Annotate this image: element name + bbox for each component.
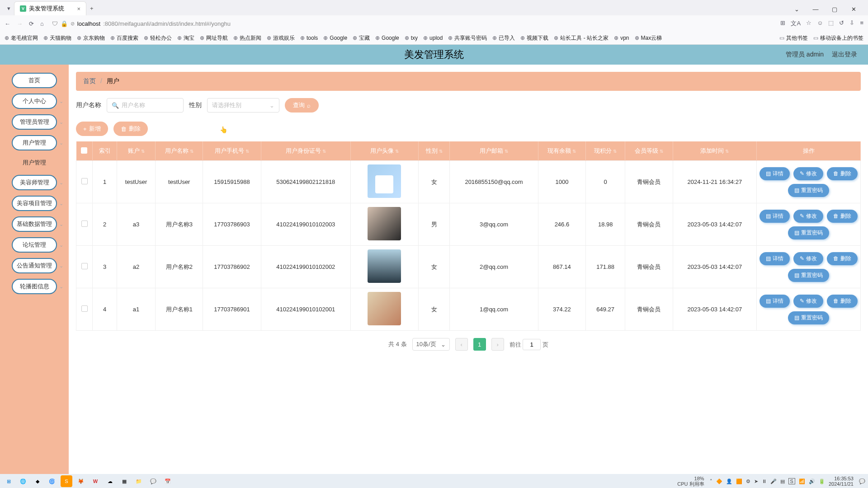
tray-volume-icon[interactable]: 🔊 [809, 479, 815, 484]
browser-dropdown-icon[interactable]: ⌄ [788, 3, 806, 15]
detail-button[interactable]: ▤详情 [760, 210, 790, 223]
table-header[interactable]: 用户邮箱⇅ [450, 141, 538, 161]
table-header[interactable]: 添加时间⇅ [673, 141, 756, 161]
bookmark-item[interactable]: ▭其他书签 [779, 34, 808, 42]
bookmark-item[interactable]: ⊕tools [300, 35, 318, 41]
bookmark-item[interactable]: ⊕淘宝 [177, 34, 194, 42]
nav-forward-icon[interactable]: → [17, 20, 23, 27]
tab-close-icon[interactable]: × [77, 5, 80, 12]
tray-wifi-icon[interactable]: 📶 [799, 479, 805, 484]
bookmark-item[interactable]: ⊕vpn [614, 35, 629, 41]
table-header[interactable]: 会员等级⇅ [625, 141, 673, 161]
bookmark-item[interactable]: ⊕天猫购物 [43, 34, 71, 42]
start-button[interactable]: ⊞ [3, 475, 14, 487]
bookmark-item[interactable]: ⊕Google [375, 35, 399, 41]
sidebar-item[interactable]: 美容师管理⌄ [12, 175, 57, 190]
edge-icon[interactable]: 🌀 [46, 475, 58, 487]
sidebar-item[interactable]: 轮播图信息⌄ [12, 279, 57, 294]
sidebar-item[interactable]: 个人中心⌄ [12, 94, 57, 109]
search-button[interactable]: 查询⌕ [285, 98, 319, 113]
bookmark-item[interactable]: ⊕txy [405, 35, 418, 41]
bookmark-item[interactable]: ⊕老毛桃官网 [5, 34, 38, 42]
sidebar-item[interactable]: 公告通知管理⌄ [12, 258, 57, 273]
page-size-select[interactable]: 10条/页⌄ [412, 338, 450, 351]
bookmark-item[interactable]: ⊕Max云梯 [635, 34, 662, 42]
window-close-icon[interactable]: ✕ [844, 3, 863, 15]
bookmark-item[interactable]: ⊕网址导航 [200, 34, 228, 42]
tray-battery-icon[interactable]: 🔋 [819, 479, 825, 484]
table-header[interactable]: 用户身份证号⇅ [261, 141, 350, 161]
explorer-icon[interactable]: 📁 [133, 475, 145, 487]
bookmark-item[interactable]: ⊕轻松办公 [144, 34, 172, 42]
table-header[interactable]: 性别⇅ [418, 141, 449, 161]
nav-reload-icon[interactable]: ⟳ [29, 20, 34, 27]
menu-icon[interactable]: ≡ [860, 19, 863, 28]
reset-password-button[interactable]: ▤重置密码 [788, 311, 829, 324]
bookmark-star-icon[interactable]: ☆ [806, 19, 811, 28]
bookmark-item[interactable]: ⊕站长工具 - 站长之家 [554, 34, 609, 42]
firefox-icon[interactable]: 🦊 [75, 475, 87, 487]
edit-button[interactable]: ✎修改 [793, 252, 823, 265]
tray-icon[interactable]: ⏸ [762, 479, 767, 484]
delete-button[interactable]: 🗑删除 [113, 122, 148, 136]
row-checkbox[interactable] [81, 221, 88, 227]
sidebar-item[interactable]: 美容项目管理⌄ [12, 196, 57, 211]
row-checkbox[interactable] [81, 305, 88, 312]
extensions-icon[interactable]: ⬚ [828, 19, 834, 28]
tray-mic-icon[interactable]: 🎤 [770, 479, 777, 484]
wps-icon[interactable]: W [90, 475, 101, 487]
history-icon[interactable]: ↺ [839, 19, 844, 28]
row-delete-button[interactable]: 🗑删除 [827, 210, 858, 223]
bookmark-item[interactable]: ⊕百度搜索 [110, 34, 138, 42]
nav-back-icon[interactable]: ← [5, 20, 10, 27]
tray-icon[interactable]: ⚙ [746, 479, 750, 484]
account-icon[interactable]: ☺ [817, 19, 823, 28]
tray-cpu[interactable]: 18% CPU 利用率 [677, 476, 706, 487]
app-icon[interactable]: ◆ [32, 475, 43, 487]
edit-button[interactable]: ✎修改 [793, 210, 823, 223]
bookmark-item[interactable]: ⊕Google [323, 35, 347, 41]
admin-label[interactable]: 管理员 admin [786, 51, 824, 59]
edit-button[interactable]: ✎修改 [793, 295, 823, 308]
bookmark-item[interactable]: ⊕uplod [423, 35, 443, 41]
sublime-icon[interactable]: S [61, 475, 72, 487]
detail-button[interactable]: ▤详情 [760, 252, 790, 265]
bookmark-item[interactable]: ⊕宝藏 [353, 34, 370, 42]
row-delete-button[interactable]: 🗑删除 [827, 252, 858, 265]
tray-icon[interactable]: ➤ [754, 479, 758, 484]
translate-icon[interactable]: 文A [791, 19, 801, 28]
bookmark-item[interactable]: ⊕视频下载 [520, 34, 548, 42]
page-prev-button[interactable]: ‹ [455, 338, 468, 351]
downloads-icon[interactable]: ⇩ [849, 19, 854, 28]
bookmark-item[interactable]: ▭移动设备上的书签 [813, 34, 863, 42]
add-button[interactable]: +新增 [76, 122, 108, 136]
bookmark-item[interactable]: ⊕热点新闻 [233, 34, 261, 42]
nav-home-icon[interactable]: ⌂ [40, 20, 44, 27]
chrome-icon[interactable]: 🌐 [17, 475, 29, 487]
reset-password-button[interactable]: ▤重置密码 [788, 269, 829, 282]
reset-password-button[interactable]: ▤重置密码 [788, 226, 829, 239]
new-tab-button[interactable]: + [86, 1, 97, 15]
table-header[interactable]: 用户名称⇅ [156, 141, 203, 161]
table-header[interactable]: 账户⇅ [117, 141, 156, 161]
address-bar[interactable]: 🛡 🔒 ⊘ localhost:8080/meifaguanli/admin/d… [48, 19, 776, 29]
tray-icon[interactable]: 🔶 [716, 479, 722, 484]
sidebar-item[interactable]: 论坛管理⌄ [12, 237, 57, 253]
detail-button[interactable]: ▤详情 [760, 167, 790, 180]
page-jump-input[interactable] [523, 339, 541, 350]
sidebar-item[interactable]: 基础数据管理⌄ [12, 216, 57, 232]
edit-button[interactable]: ✎修改 [793, 167, 823, 180]
app-icon[interactable]: ☁ [104, 475, 116, 487]
sidebar-item[interactable]: 用户管理⌄ [12, 135, 57, 150]
bookmark-item[interactable]: ⊕共享账号密码 [448, 34, 487, 42]
filter-gender-select[interactable]: 请选择性别 ⌄ [207, 98, 279, 113]
window-minimize-icon[interactable]: — [807, 3, 825, 15]
chevron-up-icon[interactable]: ˄ [710, 479, 712, 484]
detail-button[interactable]: ▤详情 [760, 295, 790, 308]
tray-icon[interactable]: 👤 [726, 479, 732, 484]
tray-icon[interactable]: ▤ [780, 479, 785, 484]
bookmark-item[interactable]: ⊕游戏娱乐 [267, 34, 295, 42]
page-next-button[interactable]: › [491, 338, 504, 351]
sidebar-item[interactable]: 首页 [12, 73, 57, 88]
row-checkbox[interactable] [81, 263, 88, 269]
